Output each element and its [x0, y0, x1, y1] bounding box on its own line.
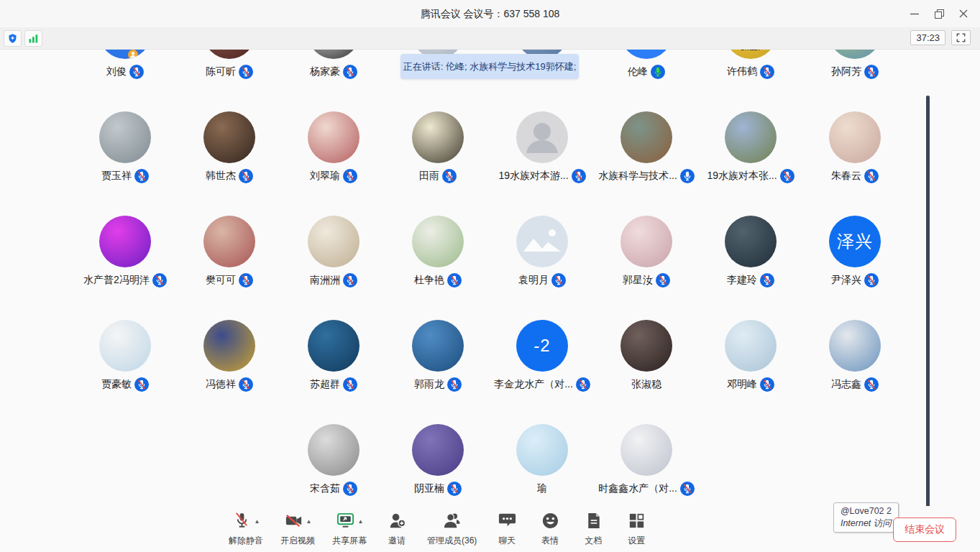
mic-muted-icon[interactable] — [576, 377, 590, 392]
mic-muted-icon[interactable] — [343, 482, 357, 496]
participant-tile[interactable]: 冯德祥 — [178, 320, 282, 424]
caret-up-icon[interactable]: ▲ — [306, 519, 312, 525]
invite-icon — [388, 511, 407, 533]
mic-muted-icon[interactable] — [343, 169, 357, 183]
mic-on-icon[interactable] — [680, 169, 695, 183]
fullscreen-button[interactable] — [951, 30, 971, 45]
vertical-scrollbar[interactable] — [926, 96, 930, 510]
minimize-button[interactable] — [902, 0, 927, 27]
chat-button[interactable]: 聊天 — [494, 511, 520, 547]
participant-tile[interactable]: 杨家豪 — [282, 50, 386, 111]
participant-tile[interactable]: 邓明峰 — [699, 320, 803, 424]
participant-tile[interactable]: 杜争艳 — [386, 216, 490, 320]
participant-tile[interactable]: 陈可昕 — [178, 50, 282, 111]
participant-tile[interactable]: 田雨 — [386, 111, 490, 216]
mic-muted-icon[interactable] — [129, 65, 144, 79]
participant-tile[interactable]: 袁明月 — [490, 216, 595, 320]
mic-muted-icon[interactable] — [239, 169, 253, 183]
mic-muted-icon[interactable] — [760, 65, 774, 79]
mic-muted-icon[interactable] — [239, 377, 253, 392]
participant-tile[interactable]: 水族科学与技术... — [595, 111, 699, 216]
mic-muted-icon[interactable] — [572, 169, 586, 183]
members-button[interactable]: 管理成员(36) — [427, 511, 477, 547]
participant-tile[interactable]: 苏超群 — [282, 320, 386, 424]
mic-muted-icon[interactable] — [656, 273, 670, 288]
name-row: 韩世杰 — [206, 169, 253, 183]
mic-muted-icon[interactable] — [442, 169, 457, 183]
mic-muted-icon[interactable] — [134, 169, 149, 183]
fullscreen-icon — [956, 33, 966, 42]
participant-tile[interactable]: 樊可可 — [178, 216, 282, 320]
participant-tile[interactable]: 刘翠瑜 — [282, 111, 386, 216]
participant-tile[interactable]: 贾玉祥 — [73, 111, 178, 216]
participant-tile[interactable]: 宋含茹 — [282, 424, 386, 507]
participant-tile[interactable]: 19水族对本张... — [699, 111, 803, 216]
avatar — [203, 216, 255, 267]
participant-tile[interactable]: 冯志鑫 — [803, 320, 907, 424]
mic-muted-icon[interactable] — [551, 273, 566, 288]
mic-speaking-icon[interactable] — [651, 65, 665, 79]
avatar — [725, 216, 777, 267]
share-screen-button[interactable]: ▲共享屏幕 — [332, 511, 367, 547]
caret-up-icon[interactable]: ▲ — [255, 519, 260, 525]
mic-muted-icon[interactable] — [760, 377, 774, 392]
speaking-banner: 正在讲话: 伦峰; 水族科学与技术19郭怀建; — [400, 54, 579, 79]
end-meeting-button[interactable]: 结束会议 — [893, 518, 956, 542]
participant-tile[interactable]: 孙阿芳 — [803, 50, 907, 111]
participant-tile[interactable]: -2李金龙水产（对... — [490, 320, 595, 424]
share-screen-icon — [336, 511, 355, 533]
participant-tile[interactable]: 刘俊 — [73, 50, 178, 111]
unmute-button[interactable]: ▲解除静音 — [229, 511, 263, 547]
participant-tile[interactable]: 贾豪敏 — [73, 320, 178, 424]
participant-tile[interactable]: 瑜 — [490, 424, 595, 507]
mic-muted-icon[interactable] — [447, 482, 462, 496]
avatar: -2 — [516, 320, 568, 372]
mic-muted-icon[interactable] — [864, 273, 879, 288]
start-video-button[interactable]: ▲开启视频 — [280, 511, 315, 547]
close-button[interactable] — [951, 0, 976, 27]
participant-tile[interactable]: THE WOLF WALL STREET许伟鹤 — [699, 50, 803, 111]
participant-tile[interactable]: 水产普2冯明洋 — [73, 216, 178, 320]
participant-tile[interactable]: 19水族对本游... — [490, 111, 595, 216]
security-shield-button[interactable] — [4, 30, 22, 47]
participant-name: 苏超群 — [310, 378, 340, 391]
participant-tile[interactable]: 郭雨龙 — [386, 320, 490, 424]
participant-tile[interactable]: 伦峰 — [595, 50, 699, 111]
mic-muted-icon[interactable] — [864, 65, 879, 79]
settings-button[interactable]: 设置 — [623, 511, 649, 547]
participant-tile[interactable]: 时鑫鑫水产（对... — [595, 424, 699, 507]
settings-icon — [627, 511, 646, 533]
mic-muted-icon[interactable] — [343, 273, 357, 288]
participant-tile[interactable]: 李建玲 — [699, 216, 803, 320]
mic-muted-icon[interactable] — [239, 273, 253, 288]
participant-tile[interactable]: 张淑稳 — [595, 320, 699, 424]
mic-muted-icon[interactable] — [134, 377, 149, 392]
mic-muted-icon[interactable] — [760, 273, 774, 288]
mic-muted-icon[interactable] — [447, 273, 462, 288]
participant-tile[interactable]: 朱春云 — [803, 111, 907, 216]
mic-muted-icon[interactable] — [343, 377, 357, 392]
participant-tile[interactable]: 泽兴尹泽兴 — [803, 216, 907, 320]
participant-row: 宋含茹阴亚楠瑜时鑫鑫水产（对... — [0, 424, 980, 507]
mic-muted-icon[interactable] — [780, 169, 794, 183]
network-signal-button[interactable] — [24, 30, 42, 47]
docs-button[interactable]: 文档 — [580, 511, 606, 547]
participant-tile[interactable]: 郭星汝 — [595, 216, 699, 320]
name-row: 冯德祥 — [206, 377, 253, 392]
caret-up-icon[interactable]: ▲ — [358, 519, 364, 525]
participant-tile[interactable]: 南洲洲 — [282, 216, 386, 320]
restore-button[interactable] — [927, 0, 951, 27]
mic-muted-icon[interactable] — [864, 377, 879, 392]
mic-muted-icon[interactable] — [680, 482, 695, 496]
mic-muted-icon[interactable] — [447, 377, 462, 392]
emoji-button[interactable]: 表情 — [537, 511, 563, 547]
mic-muted-icon[interactable] — [239, 65, 253, 79]
mic-muted-icon[interactable] — [343, 65, 357, 79]
mic-muted-icon[interactable] — [864, 169, 879, 183]
toolbar-item-label: 聊天 — [498, 535, 516, 547]
invite-button[interactable]: 邀请 — [384, 511, 410, 547]
participant-tile[interactable]: 韩世杰 — [178, 111, 282, 216]
mic-muted-icon[interactable] — [152, 273, 167, 288]
toolbar-item-label: 设置 — [628, 535, 645, 547]
participant-tile[interactable]: 阴亚楠 — [386, 424, 490, 507]
